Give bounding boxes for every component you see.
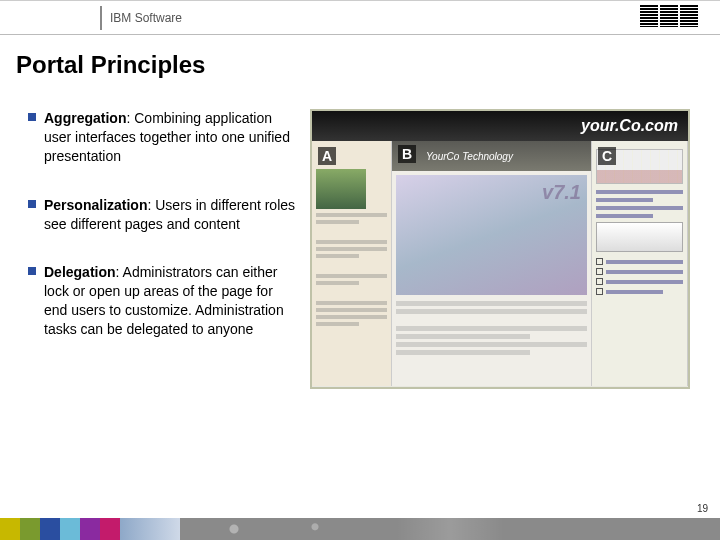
mock-hero-brand: YourCo Technology — [426, 151, 513, 162]
header-label: IBM Software — [110, 11, 182, 25]
mock-checkbox-row — [596, 258, 683, 265]
ibm-logo-icon — [640, 5, 700, 29]
region-label-a: A — [318, 147, 336, 165]
bullet-text: Aggregation: Combining application user … — [44, 109, 300, 166]
slide-title: Portal Principles — [0, 35, 720, 79]
bullet-square-icon — [28, 267, 36, 275]
footer-stripe — [100, 518, 120, 540]
footer-texture — [180, 518, 720, 540]
footer-stripe — [20, 518, 40, 540]
header-divider — [100, 6, 102, 30]
portal-mock-image: your.Co.com A YourCo Technology B — [310, 109, 690, 389]
footer-stripe — [60, 518, 80, 540]
bullet-text: Delegation: Administrators can either lo… — [44, 263, 300, 339]
mock-panel — [596, 222, 683, 252]
bullet-list: Aggregation: Combining application user … — [0, 109, 300, 389]
mock-checkbox-row — [596, 288, 683, 295]
mock-brand-text: your.Co.com — [581, 117, 678, 135]
region-label-c: C — [598, 147, 616, 165]
bullet-item: Delegation: Administrators can either lo… — [28, 263, 300, 339]
footer-stripe — [40, 518, 60, 540]
mock-col-c: C — [592, 141, 688, 386]
slide-content: Aggregation: Combining application user … — [0, 79, 720, 389]
mock-hero-image — [396, 175, 587, 295]
mock-checkbox-row — [596, 268, 683, 275]
mock-hero-header: YourCo Technology — [392, 141, 591, 171]
footer-stripe — [0, 518, 20, 540]
bullet-item: Aggregation: Combining application user … — [28, 109, 300, 166]
mock-brand-bar: your.Co.com — [312, 111, 688, 141]
mock-checkbox-row — [596, 278, 683, 285]
footer-stripe — [120, 518, 180, 540]
mock-thumbnail — [316, 169, 366, 209]
page-number: 19 — [697, 503, 708, 514]
footer-stripe — [80, 518, 100, 540]
bullet-item: Personalization: Users in different role… — [28, 196, 300, 234]
bullet-text: Personalization: Users in different role… — [44, 196, 300, 234]
slide-header: IBM Software — [0, 0, 720, 34]
mock-body: A YourCo Technology B — [312, 141, 688, 386]
region-label-b: B — [398, 145, 416, 163]
bullet-square-icon — [28, 200, 36, 208]
bullet-square-icon — [28, 113, 36, 121]
mock-col-b: YourCo Technology B — [392, 141, 592, 386]
slide-footer — [0, 518, 720, 540]
mock-col-a: A — [312, 141, 392, 386]
